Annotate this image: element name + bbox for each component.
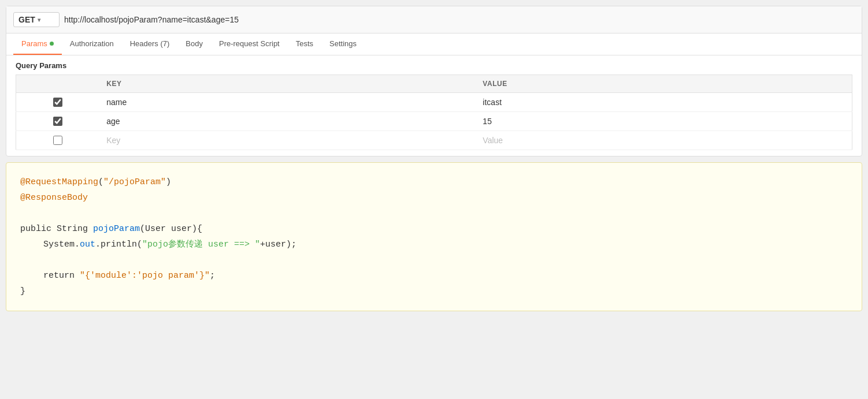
row1-value: itcast (476, 93, 852, 112)
query-params-section: Query Params KEY VALUE name itcas (6, 55, 862, 156)
url-input[interactable] (64, 15, 855, 24)
col-value-header: VALUE (476, 75, 852, 93)
row2-key: age (99, 112, 476, 131)
tab-pre-request-label: Pre-request Script (219, 39, 280, 48)
table-row-empty: Key Value (16, 131, 852, 150)
url-bar: GET ▾ (6, 6, 862, 33)
table-row: name itcast (16, 93, 852, 112)
code-line-blank-2 (20, 252, 848, 268)
params-table: KEY VALUE name itcast (16, 74, 852, 150)
tab-params-dot (50, 42, 54, 46)
row1-checkbox-cell (16, 93, 100, 112)
annotation-2: @ResponseBody (20, 193, 88, 203)
tab-pre-request[interactable]: Pre-request Script (211, 33, 288, 55)
col-key-header: KEY (99, 75, 476, 93)
empty-key-cell: Key (99, 131, 476, 150)
code-line-6: } (20, 284, 848, 299)
tab-headers-label: Headers (7) (130, 39, 170, 48)
table-row: age 15 (16, 112, 852, 131)
row1-checkbox[interactable] (53, 98, 62, 107)
empty-checkbox-cell (16, 131, 100, 150)
tab-body[interactable]: Body (177, 33, 211, 55)
tab-tests[interactable]: Tests (288, 33, 321, 55)
code-line-4: System.out.println("pojo参数传递 user ==> "+… (20, 237, 848, 252)
row2-checkbox[interactable] (53, 117, 62, 126)
annotation-1: @RequestMapping (20, 177, 98, 187)
tab-settings[interactable]: Settings (321, 33, 365, 55)
tab-params-label: Params (21, 39, 47, 48)
row2-checkbox-cell (16, 112, 100, 131)
tab-headers[interactable]: Headers (7) (122, 33, 178, 55)
empty-row-checkbox[interactable] (53, 136, 62, 145)
tab-params[interactable]: Params (13, 33, 62, 55)
col-checkbox-header (16, 75, 100, 93)
tab-body-label: Body (186, 39, 203, 48)
tab-authorization[interactable]: Authorization (62, 33, 122, 55)
query-params-title: Query Params (16, 61, 852, 70)
code-panel: @RequestMapping("/pojoParam") @ResponseB… (6, 162, 862, 311)
code-line-5: return "{'module':'pojo param'}"; (20, 268, 848, 284)
empty-value-cell: Value (476, 131, 852, 150)
code-line-2: @ResponseBody (20, 190, 848, 206)
request-panel: GET ▾ Params Authorization Headers (7) B… (6, 6, 862, 156)
tab-authorization-label: Authorization (70, 39, 114, 48)
value-placeholder: Value (483, 136, 503, 145)
method-selector[interactable]: GET ▾ (13, 12, 60, 27)
method-chevron-icon: ▾ (38, 17, 40, 23)
tab-tests-label: Tests (296, 39, 313, 48)
code-line-1: @RequestMapping("/pojoParam") (20, 174, 848, 190)
method-label: GET (18, 15, 35, 24)
row2-value: 15 (476, 112, 852, 131)
code-line-blank-1 (20, 206, 848, 221)
tabs-bar: Params Authorization Headers (7) Body Pr… (6, 33, 862, 55)
tab-settings-label: Settings (329, 39, 357, 48)
key-placeholder: Key (106, 136, 120, 145)
code-line-3: public String pojoParam(User user){ (20, 221, 848, 237)
row1-key: name (99, 93, 476, 112)
